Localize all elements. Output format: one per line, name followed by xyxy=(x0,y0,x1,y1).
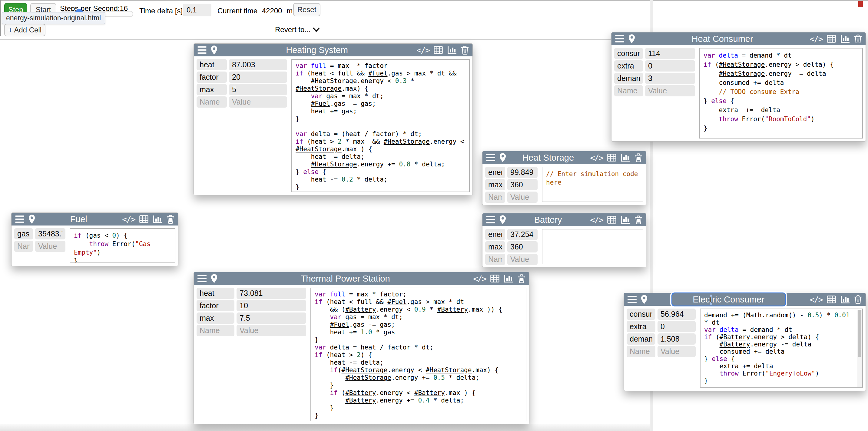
code-view-icon[interactable]: </> xyxy=(810,34,823,44)
param-value-input[interactable] xyxy=(237,300,306,311)
delete-icon[interactable] xyxy=(518,274,525,283)
location-pin-icon[interactable] xyxy=(641,295,648,304)
add-cell-button[interactable]: + Add Cell xyxy=(4,24,45,36)
param-value-input[interactable] xyxy=(507,167,537,178)
code-editor[interactable]: // Enter simulation codehere xyxy=(542,167,643,202)
cell-header[interactable]: Thermal Power Station</> xyxy=(194,272,529,285)
menu-icon[interactable] xyxy=(627,296,637,303)
menu-icon[interactable] xyxy=(615,35,624,42)
chart-view-icon[interactable] xyxy=(840,295,850,304)
code-view-icon[interactable]: </> xyxy=(473,274,486,283)
param-name-input[interactable] xyxy=(485,179,505,190)
param-value-input[interactable] xyxy=(657,346,696,357)
cell-header[interactable]: Battery</> xyxy=(483,213,646,226)
location-pin-icon[interactable] xyxy=(628,34,635,44)
code-editor[interactable]: if (gas < 0) { throw Error("GasEmpty")} xyxy=(70,228,175,263)
param-name-input[interactable] xyxy=(627,321,655,332)
param-name-input[interactable] xyxy=(485,241,505,253)
cell-header[interactable]: Heating System</> xyxy=(194,44,472,56)
param-name-input[interactable] xyxy=(485,254,505,265)
delete-icon[interactable] xyxy=(166,214,175,224)
param-value-input[interactable] xyxy=(35,228,65,239)
code-scrollbar-thumb[interactable] xyxy=(858,310,861,357)
chart-view-icon[interactable] xyxy=(447,46,457,54)
param-value-input[interactable] xyxy=(507,254,537,265)
param-value-input[interactable] xyxy=(645,60,695,71)
table-view-icon[interactable] xyxy=(607,154,616,162)
param-value-input[interactable] xyxy=(657,334,696,345)
param-value-input[interactable] xyxy=(645,48,695,59)
param-name-input[interactable] xyxy=(614,85,643,96)
delete-icon[interactable] xyxy=(634,215,642,224)
chart-view-icon[interactable] xyxy=(840,34,850,43)
code-view-icon[interactable]: </> xyxy=(590,153,603,163)
code-view-icon[interactable]: </> xyxy=(416,46,430,55)
menu-icon[interactable] xyxy=(486,154,495,161)
code-view-icon[interactable]: </> xyxy=(810,295,823,304)
param-value-input[interactable] xyxy=(229,59,287,70)
param-name-input[interactable] xyxy=(627,334,655,345)
cell-title-input[interactable]: Electric Consumer xyxy=(672,292,786,307)
delete-icon[interactable] xyxy=(634,153,642,162)
code-editor[interactable]: var full = max * factor;if (heat < full … xyxy=(310,288,526,421)
code-scrollbar[interactable] xyxy=(858,310,862,387)
location-pin-icon[interactable] xyxy=(211,46,217,55)
param-value-input[interactable] xyxy=(645,85,695,96)
delete-icon[interactable] xyxy=(854,295,862,304)
param-value-input[interactable] xyxy=(657,321,696,332)
table-view-icon[interactable] xyxy=(827,295,836,304)
param-name-input[interactable] xyxy=(196,288,235,299)
delete-icon[interactable] xyxy=(854,34,862,44)
table-view-icon[interactable] xyxy=(490,275,499,283)
param-name-input[interactable] xyxy=(627,309,655,320)
cell-header[interactable]: Fuel</> xyxy=(11,213,178,226)
param-name-input[interactable] xyxy=(485,167,505,178)
param-value-input[interactable] xyxy=(229,71,287,83)
menu-icon[interactable] xyxy=(15,216,24,223)
location-pin-icon[interactable] xyxy=(28,214,35,224)
param-value-input[interactable] xyxy=(229,84,287,95)
code-editor[interactable]: var delta = demand * dtif (#HeatStorage.… xyxy=(699,48,863,139)
param-value-input[interactable] xyxy=(645,73,695,84)
location-pin-icon[interactable] xyxy=(499,153,506,162)
param-name-input[interactable] xyxy=(196,325,235,336)
param-value-input[interactable] xyxy=(229,96,287,108)
chart-view-icon[interactable] xyxy=(621,216,630,224)
cell-header[interactable]: Heat Storage</> xyxy=(483,151,646,164)
code-view-icon[interactable]: </> xyxy=(122,214,135,224)
table-view-icon[interactable] xyxy=(139,215,148,223)
chart-view-icon[interactable] xyxy=(621,153,630,162)
param-value-input[interactable] xyxy=(237,288,306,299)
code-view-icon[interactable]: </> xyxy=(590,215,603,225)
param-name-input[interactable] xyxy=(485,229,505,240)
param-value-input[interactable] xyxy=(507,192,537,203)
revert-dropdown[interactable]: Revert to... xyxy=(275,25,319,34)
param-name-input[interactable] xyxy=(485,192,505,203)
param-value-input[interactable] xyxy=(237,313,306,324)
table-view-icon[interactable] xyxy=(827,35,836,43)
time-delta-input[interactable] xyxy=(183,4,211,17)
param-value-input[interactable] xyxy=(35,241,65,252)
cell-header[interactable]: Electric Consumer</> xyxy=(624,293,866,306)
location-pin-icon[interactable] xyxy=(499,215,506,224)
param-value-input[interactable] xyxy=(507,229,537,240)
code-editor[interactable]: demand += (Math.random() - 0.5) * 0.01* … xyxy=(700,309,863,388)
reset-button[interactable]: Reset xyxy=(293,3,320,17)
param-name-input[interactable] xyxy=(196,84,227,95)
table-view-icon[interactable] xyxy=(434,46,443,54)
param-name-input[interactable] xyxy=(196,313,235,324)
menu-icon[interactable] xyxy=(197,275,207,282)
param-name-input[interactable] xyxy=(196,59,227,70)
param-name-input[interactable] xyxy=(614,73,643,84)
param-name-input[interactable] xyxy=(14,228,33,239)
location-pin-icon[interactable] xyxy=(211,274,217,283)
menu-icon[interactable] xyxy=(197,47,207,54)
table-view-icon[interactable] xyxy=(607,216,616,224)
param-value-input[interactable] xyxy=(507,179,537,190)
delete-icon[interactable] xyxy=(461,46,469,55)
param-name-input[interactable] xyxy=(196,300,235,311)
param-value-input[interactable] xyxy=(657,309,696,320)
param-name-input[interactable] xyxy=(196,96,227,108)
param-value-input[interactable] xyxy=(507,241,537,253)
cell-header[interactable]: Heat Consumer</> xyxy=(612,32,866,45)
